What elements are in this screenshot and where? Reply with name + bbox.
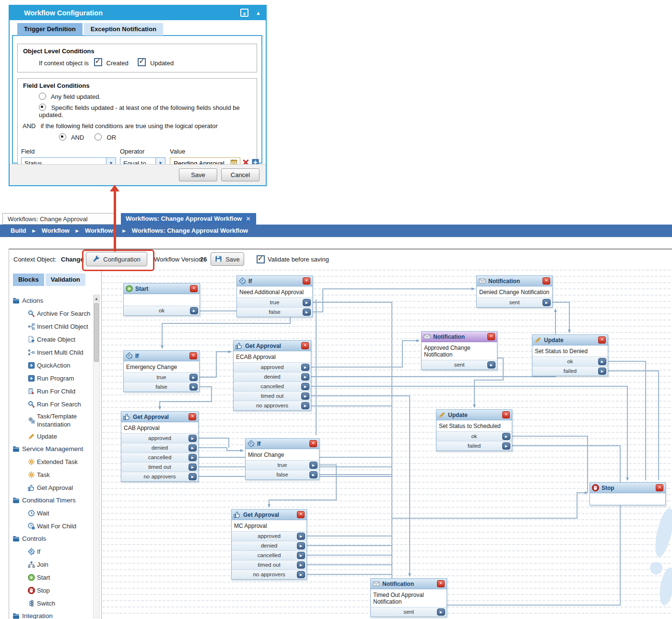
connector-out-icon[interactable]: ▶ [189, 435, 197, 442]
block-close-icon[interactable]: ✕ [656, 484, 663, 491]
connector-out-icon[interactable]: ▶ [487, 361, 495, 369]
updated-checkbox[interactable] [138, 58, 146, 66]
block-output-failed[interactable]: failed▶ [436, 441, 512, 451]
scroll-up-icon[interactable]: ▲ [94, 295, 99, 302]
block-notification-approved-change[interactable]: Notification✕Approved Change Notificatio… [421, 331, 497, 370]
block-close-icon[interactable]: ✕ [297, 511, 305, 518]
sidebar-item-run-for-child[interactable]: Run For Child [9, 385, 94, 398]
breadcrumb-item-workflow[interactable]: Workflow [42, 227, 70, 234]
connector-out-icon[interactable]: ▶ [301, 383, 309, 390]
connector-out-icon[interactable]: ▶ [309, 462, 318, 469]
cancel-button[interactable]: Cancel [221, 168, 259, 181]
connector-out-icon[interactable]: ▶ [303, 309, 311, 316]
block-output-timed-out[interactable]: timed out▶ [232, 560, 307, 570]
tab-close-icon[interactable]: ✕ [246, 215, 250, 222]
block-close-icon[interactable]: ✕ [598, 336, 606, 344]
toolbar-save-button[interactable]: Save [211, 252, 244, 266]
sidebar-item-wait-for-child[interactable]: Wait For Child [9, 520, 94, 533]
block-output-approved[interactable]: approved▶ [121, 433, 198, 443]
block-header[interactable]: Update✕ [436, 410, 512, 420]
block-output-cancelled[interactable]: cancelled▶ [234, 381, 311, 391]
block-output-no-approvers[interactable]: no approvers▶ [121, 472, 198, 481]
validate-checkbox[interactable] [257, 255, 265, 263]
tab-trigger-definition[interactable]: Trigger Definition [17, 23, 83, 36]
block-output-denied[interactable]: denied▶ [121, 443, 198, 452]
block-get-approval-mc[interactable]: Get Approval✕MC Approvalapproved▶denied▶… [231, 509, 307, 580]
block-output-timed-out[interactable]: timed out▶ [234, 391, 311, 401]
block-notification-denied-change[interactable]: Notification✕Denied Change Notifications… [476, 275, 553, 308]
block-close-icon[interactable]: ✕ [189, 352, 197, 359]
connector-out-icon[interactable]: ▶ [301, 373, 309, 381]
dialog-title-bar[interactable]: Workflow Configuration x ▲ [10, 6, 266, 20]
block-get-approval-cab[interactable]: Get Approval✕CAB Approvalapproved▶denied… [121, 411, 199, 482]
block-output-approved[interactable]: approved▶ [234, 362, 311, 372]
connector-out-icon[interactable]: ▶ [297, 552, 305, 559]
connector-out-icon[interactable]: ▶ [303, 299, 311, 306]
block-header[interactable]: Update✕ [532, 335, 608, 345]
created-checkbox[interactable] [94, 58, 102, 66]
sidebar-item-update[interactable]: Update [9, 430, 94, 443]
connector-out-icon[interactable]: ▶ [190, 307, 198, 314]
block-close-icon[interactable]: ✕ [190, 285, 198, 292]
block-output-cancelled[interactable]: cancelled▶ [121, 452, 198, 462]
workspace-tab-background[interactable]: Workflows: Change Approval Workflow [2, 213, 114, 225]
block-output-denied[interactable]: denied▶ [234, 372, 311, 381]
block-close-icon[interactable]: ✕ [309, 440, 317, 447]
connector-out-icon[interactable]: ▶ [598, 368, 606, 375]
dialog-collapse-icon[interactable]: ▲ [256, 6, 261, 20]
tab-exception-notification[interactable]: Exception Notification [84, 23, 163, 36]
sidebar-item-extended-task[interactable]: Extended Task [9, 455, 94, 468]
block-if-need-additional-approval[interactable]: ?If✕Need Additional Approvaltrue▶false▶ [236, 275, 313, 317]
block-close-icon[interactable]: ✕ [502, 411, 510, 418]
sidebar-item-run-program[interactable]: Run Program [9, 372, 94, 385]
sidebar-item-task[interactable]: Task [9, 468, 94, 481]
save-button[interactable]: Save [179, 168, 217, 181]
block-output-failed[interactable]: failed▶ [532, 366, 608, 376]
block-output-false[interactable]: false▶ [246, 470, 319, 479]
sidebar-item-stop[interactable]: Stop [9, 584, 94, 597]
specific-fields-radio[interactable] [39, 104, 46, 111]
block-header[interactable]: Get Approval✕ [234, 341, 311, 351]
block-output-timed-out[interactable]: timed out▶ [121, 462, 198, 472]
sidebar-group-controls[interactable]: Controls [9, 533, 94, 545]
sidebar-item-wait[interactable]: Wait [9, 507, 94, 520]
block-if-minor-change[interactable]: ?If✕Minor Changetrue▶false▶ [245, 438, 319, 480]
sidebar-item-run-for-search[interactable]: Run For Search [9, 398, 94, 411]
block-header[interactable]: Get Approval✕ [232, 510, 307, 520]
connector-out-icon[interactable]: ▶ [189, 374, 198, 381]
sidebar-item-get-approval[interactable]: Get Approval [9, 481, 94, 494]
block-output-approved[interactable]: approved▶ [232, 531, 307, 541]
breadcrumb-item-build[interactable]: Build [11, 227, 26, 234]
block-output-true[interactable]: true▶ [246, 460, 319, 470]
block-close-icon[interactable]: ✕ [303, 277, 310, 285]
block-output-false[interactable]: false▶ [237, 307, 312, 317]
sidebar-item-task-template-instantiation[interactable]: Task/Template Instantiation [9, 411, 94, 430]
sidebar-item-insert-multi-child[interactable]: Insert Multi Child [9, 346, 94, 359]
connector-out-icon[interactable]: ▶ [189, 383, 198, 391]
sidebar-item-switch[interactable]: Switch [9, 597, 94, 610]
breadcrumb-item-workflows[interactable]: Workflows [85, 227, 117, 234]
block-header[interactable]: Get Approval✕ [121, 412, 198, 422]
block-output-cancelled[interactable]: cancelled▶ [232, 550, 307, 560]
connector-out-icon[interactable]: ▶ [437, 608, 445, 616]
sidebar-item-quickaction[interactable]: QuickAction [9, 359, 94, 372]
block-output-false[interactable]: false▶ [124, 382, 199, 392]
logic-or-radio[interactable] [94, 133, 102, 141]
sidebar-group-service-management[interactable]: Service Management [9, 443, 94, 455]
block-header[interactable]: Start✕ [124, 284, 200, 294]
connector-out-icon[interactable]: ▶ [297, 542, 305, 549]
connector-out-icon[interactable]: ▶ [189, 473, 197, 480]
block-output-true[interactable]: true▶ [237, 298, 312, 307]
logic-and-radio[interactable] [59, 133, 66, 141]
workspace-tab-active[interactable]: Workflows: Change Approval Workflow✕ [121, 213, 256, 225]
connector-out-icon[interactable]: ▶ [309, 471, 318, 478]
block-output-true[interactable]: true▶ [124, 372, 199, 382]
connector-out-icon[interactable]: ▶ [502, 442, 510, 450]
block-header[interactable]: ?If✕ [237, 276, 312, 286]
block-header[interactable]: Notification✕ [422, 332, 497, 342]
connector-out-icon[interactable]: ▶ [297, 561, 305, 569]
connector-out-icon[interactable]: ▶ [297, 533, 305, 540]
block-close-icon[interactable]: ✕ [542, 277, 550, 285]
sidebar-group-integration[interactable]: Integration [9, 610, 94, 619]
block-output-ok[interactable]: ok▶ [532, 357, 608, 366]
